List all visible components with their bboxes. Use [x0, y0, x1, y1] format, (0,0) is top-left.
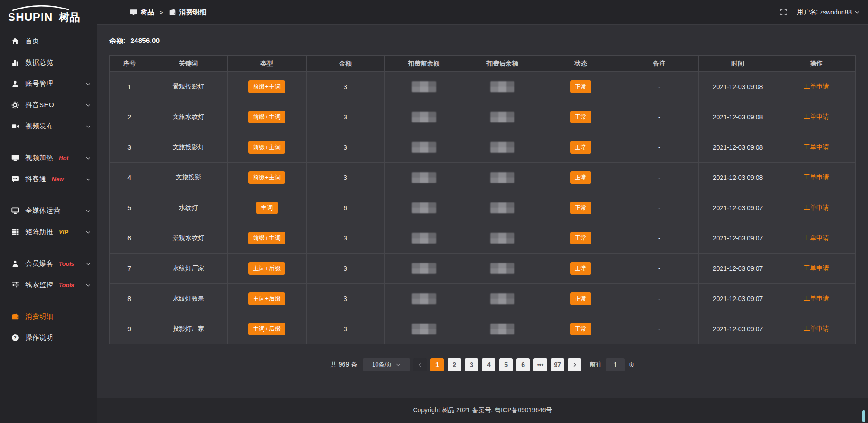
screen-icon [11, 154, 19, 162]
work-order-link[interactable]: 工单申请 [804, 295, 829, 302]
sidebar-item-video-publish[interactable]: 视频发布 [0, 116, 97, 137]
page-button-3[interactable]: 3 [465, 358, 478, 371]
cell-status: 正常 [542, 254, 620, 284]
table-row: 8 水纹灯效果 主词+后缀 3 正常 - 2021-12-03 09:07 工单… [110, 284, 856, 314]
work-order-link[interactable]: 工单申请 [804, 143, 829, 150]
sidebar-item-label: 线索监控 [25, 281, 53, 289]
column-header: 扣费前余额 [385, 56, 463, 72]
sidebar-item-clue-monitor[interactable]: 线索监控 Tools [0, 274, 97, 296]
cell-balance-after [463, 72, 542, 102]
question-icon: ? [11, 334, 19, 342]
cell-time: 2021-12-03 09:08 [698, 102, 777, 132]
sidebar-item-member-baoke[interactable]: 会员爆客 Tools [0, 253, 97, 274]
work-order-link[interactable]: 工单申请 [804, 113, 829, 120]
sidebar-item-douketong[interactable]: 抖客通 New [0, 169, 97, 190]
breadcrumb-item[interactable]: 消费明细 [169, 8, 207, 17]
page-size-select[interactable]: 10条/页 [363, 358, 410, 371]
cell-action: 工单申请 [777, 163, 856, 193]
user-menu[interactable]: 用户名: zswodun88 [797, 8, 860, 16]
sidebar-item-data-overview[interactable]: 数据总览 [0, 52, 97, 73]
page-button-6[interactable]: 6 [516, 358, 530, 371]
blurred-balance [412, 202, 436, 213]
cell-balance-before [385, 163, 463, 193]
work-order-link[interactable]: 工单申请 [804, 264, 829, 272]
blurred-balance [490, 324, 514, 334]
cell-action: 工单申请 [777, 223, 856, 254]
page-next-button[interactable] [568, 358, 581, 371]
cell-status: 正常 [542, 314, 620, 344]
screen-icon [130, 9, 137, 16]
sidebar-item-operation-guide[interactable]: ? 操作说明 [0, 327, 97, 348]
sidebar-item-all-media-operation[interactable]: 全媒体运营 [0, 200, 97, 221]
sidebar-item-account-management[interactable]: 账号管理 [0, 73, 97, 94]
cell-type: 主词+后缀 [228, 314, 307, 344]
breadcrumb-separator: > [159, 9, 164, 16]
page-button-2[interactable]: 2 [448, 358, 461, 371]
chevron-down-icon [85, 208, 91, 214]
sidebar-item-label: 抖客通 [25, 175, 47, 183]
sidebar-item-label: 操作说明 [25, 334, 53, 342]
sidebar-item-matrix-boost[interactable]: 矩阵助推 VIP [0, 221, 97, 243]
cell-status: 正常 [542, 193, 620, 223]
blurred-balance [490, 233, 514, 244]
menu-divider [7, 301, 90, 301]
sidebar-item-label: 数据总览 [25, 58, 53, 67]
sidebar-item-consumption-detail[interactable]: 消费明细 [0, 306, 97, 327]
goto-page-input[interactable] [606, 358, 625, 371]
table-row: 6 景观水纹灯 前缀+主词 3 正常 - 2021-12-03 09:07 工单… [110, 223, 856, 254]
status-badge: 正常 [570, 171, 591, 184]
status-badge: 正常 [570, 141, 591, 154]
cell-amount: 6 [306, 193, 385, 223]
column-header: 操作 [777, 56, 856, 72]
blurred-balance [490, 293, 514, 304]
cell-action: 工单申请 [777, 284, 856, 314]
cell-keyword: 文旅投影 [149, 163, 228, 193]
cell-balance-before [385, 284, 463, 314]
cell-keyword: 景观投影灯 [149, 72, 228, 102]
sidebar-item-douyin-seo[interactable]: 抖音SEO [0, 94, 97, 116]
cell-time: 2021-12-03 09:07 [698, 284, 777, 314]
work-order-link[interactable]: 工单申请 [804, 234, 829, 241]
page-more-button[interactable]: ••• [533, 358, 547, 371]
work-order-link[interactable]: 工单申请 [804, 174, 829, 181]
page-button-1[interactable]: 1 [430, 358, 444, 371]
main-column: 树品>消费明细 用户名: zswodun88 余额: 24856.00 [97, 0, 868, 423]
cell-time: 2021-12-03 09:08 [698, 132, 777, 163]
type-badge: 前缀+主词 [248, 111, 285, 123]
cell-balance-before [385, 132, 463, 163]
page-prev-button[interactable] [413, 358, 427, 371]
scrollbar-thumb[interactable] [862, 410, 865, 422]
sidebar-item-home[interactable]: 首页 [0, 31, 97, 52]
breadcrumb-item[interactable]: 树品 [130, 8, 154, 17]
table-row: 1 景观投影灯 前缀+主词 3 正常 - 2021-12-03 09:08 工单… [110, 72, 856, 102]
brand-logo[interactable]: SHUPIN 树品 [0, 0, 97, 27]
cell-index: 9 [110, 314, 149, 344]
balance: 余额: 24856.00 [109, 37, 856, 45]
column-header: 序号 [110, 56, 149, 72]
status-badge: 正常 [570, 292, 591, 305]
user-icon [11, 80, 19, 88]
cell-status: 正常 [542, 72, 620, 102]
page-button-97[interactable]: 97 [551, 358, 564, 371]
status-badge: 正常 [570, 323, 591, 335]
sidebar-item-video-heating[interactable]: 视频加热 Hot [0, 147, 97, 169]
chevron-down-icon [85, 155, 91, 161]
sidebar-item-tag: Tools [59, 260, 74, 267]
work-order-link[interactable]: 工单申请 [804, 83, 829, 90]
chevron-down-icon [85, 103, 91, 108]
work-order-link[interactable]: 工单申请 [804, 204, 829, 211]
cell-action: 工单申请 [777, 254, 856, 284]
page-button-5[interactable]: 5 [499, 358, 513, 371]
cell-action: 工单申请 [777, 72, 856, 102]
member-icon [11, 260, 19, 268]
fullscreen-icon[interactable] [780, 9, 787, 16]
username-value: zswodun88 [820, 9, 852, 16]
table-header-row: 序号关键词类型金额扣费前余额扣费后余额状态备注时间操作 [110, 56, 856, 72]
breadcrumb: 树品>消费明细 [130, 8, 207, 17]
menu-divider [7, 142, 90, 142]
page-button-4[interactable]: 4 [482, 358, 495, 371]
work-order-link[interactable]: 工单申请 [804, 325, 829, 332]
sidebar-item-label: 抖音SEO [25, 101, 54, 109]
sidebar-item-tag: Tools [59, 282, 74, 288]
type-badge: 前缀+主词 [248, 232, 285, 244]
